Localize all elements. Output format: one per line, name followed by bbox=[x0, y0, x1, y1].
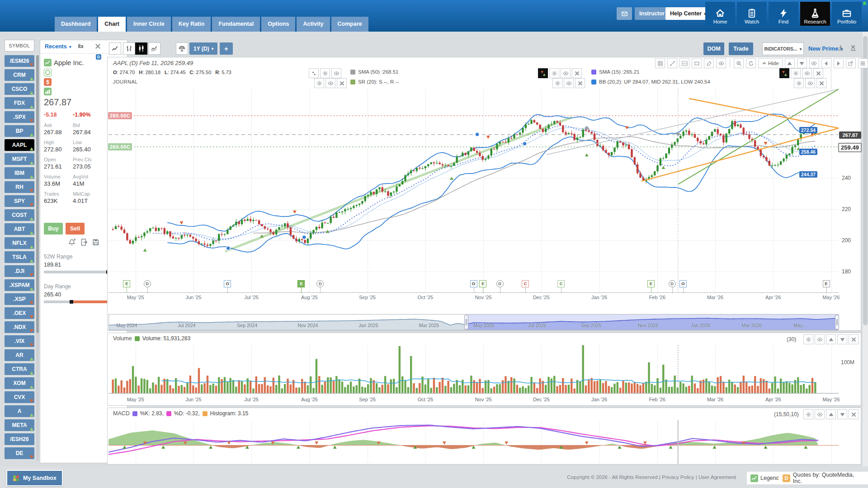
page-scrollbar-thumb[interactable] bbox=[863, 36, 868, 325]
triangle-up-icon[interactable] bbox=[785, 58, 795, 68]
arrow-down-icon[interactable] bbox=[837, 334, 847, 344]
download-icon[interactable] bbox=[837, 44, 844, 51]
tab-fundamental[interactable]: Fundamental bbox=[212, 17, 260, 32]
watchlist-item-xsp[interactable]: .XSP bbox=[5, 293, 34, 305]
rotate-icon[interactable] bbox=[746, 58, 756, 68]
watchlist-item-spy[interactable]: SPY bbox=[5, 195, 34, 207]
eye-icon[interactable] bbox=[564, 78, 574, 88]
event-marker-e[interactable]: E bbox=[479, 280, 486, 287]
nav-tile-home[interactable]: Home bbox=[705, 2, 735, 26]
event-marker-d[interactable]: D bbox=[496, 280, 504, 287]
eye-icon[interactable] bbox=[805, 78, 815, 88]
close-icon[interactable] bbox=[849, 409, 859, 419]
menu-icon[interactable] bbox=[858, 58, 868, 68]
gear-icon[interactable] bbox=[552, 78, 562, 88]
tab-inner-circle[interactable]: Inner Circle bbox=[127, 17, 171, 32]
watchlist-item-csco[interactable]: CSCO bbox=[5, 83, 34, 95]
gear-icon[interactable] bbox=[549, 68, 559, 78]
arrow-right-icon[interactable] bbox=[834, 58, 844, 68]
compare-chart-icon[interactable] bbox=[148, 42, 160, 55]
watchlist-item-aapl[interactable]: AAPL bbox=[5, 139, 34, 151]
add-chart-button[interactable]: + bbox=[220, 42, 233, 55]
gear-icon[interactable] bbox=[314, 78, 324, 88]
bell-plus-icon[interactable] bbox=[68, 238, 76, 246]
watchlist-item-cvx[interactable]: CVX bbox=[5, 391, 34, 403]
watchlist-item-de[interactable]: DE bbox=[5, 447, 34, 459]
eraser-icon[interactable] bbox=[704, 58, 714, 68]
watchlist-item-vix[interactable]: .VIX bbox=[5, 335, 34, 347]
candle-style[interactable] bbox=[538, 68, 548, 78]
event-marker-o[interactable]: O bbox=[224, 280, 231, 287]
eye-icon[interactable] bbox=[561, 68, 571, 78]
dom-button[interactable]: DOM bbox=[703, 42, 724, 55]
watchlist-item-tsla[interactable]: TSLA bbox=[5, 251, 34, 263]
scales-icon[interactable] bbox=[176, 42, 188, 55]
draw-line-icon[interactable] bbox=[667, 58, 677, 68]
mail-button[interactable] bbox=[617, 7, 632, 20]
close-icon[interactable] bbox=[337, 78, 347, 88]
gear-icon[interactable] bbox=[791, 68, 801, 78]
navigator-right-handle[interactable] bbox=[835, 315, 839, 329]
close-icon[interactable] bbox=[572, 68, 582, 78]
watchlist-item-msft[interactable]: MSFT bbox=[5, 153, 34, 165]
grid-icon[interactable] bbox=[655, 58, 665, 68]
watchlist-item-xspam[interactable]: .XSPAM bbox=[5, 279, 34, 291]
event-marker-e[interactable]: E bbox=[123, 280, 130, 287]
watchlist-item-xom[interactable]: XOM bbox=[5, 377, 34, 389]
event-marker-o[interactable]: O bbox=[470, 280, 477, 287]
sell-button[interactable]: Sell bbox=[66, 223, 85, 235]
candle-updown-icon[interactable] bbox=[309, 68, 319, 78]
event-marker-e[interactable]: E bbox=[647, 280, 655, 287]
tab-key-ratio[interactable]: Key Ratio bbox=[172, 17, 211, 32]
event-marker-c[interactable]: C bbox=[522, 280, 529, 287]
watchlist-item-spx[interactable]: .SPX bbox=[5, 111, 34, 123]
recents-dropdown[interactable]: Recents bbox=[45, 43, 71, 50]
close-icon[interactable] bbox=[849, 334, 859, 344]
nav-tile-research[interactable]: Research bbox=[800, 2, 830, 26]
watchlist-item-a[interactable]: A bbox=[5, 405, 34, 417]
circle-icon[interactable] bbox=[44, 69, 52, 76]
close-icon[interactable] bbox=[94, 43, 101, 50]
popout-icon[interactable] bbox=[846, 58, 856, 68]
watchlist-item-ibm[interactable]: IBM bbox=[5, 167, 34, 179]
watchlist-item-fdx[interactable]: FDX bbox=[5, 97, 34, 109]
zoom-in-icon[interactable] bbox=[734, 58, 744, 68]
eye-icon[interactable] bbox=[809, 58, 819, 68]
candle-style[interactable] bbox=[779, 68, 789, 78]
gear-icon[interactable] bbox=[803, 409, 813, 419]
watchlist-item-esh26[interactable]: /ESH26 bbox=[5, 433, 34, 445]
watchlist-item-esm26[interactable]: /ESM26 bbox=[5, 55, 34, 67]
close-icon[interactable] bbox=[816, 78, 826, 88]
price-chart-canvas[interactable] bbox=[108, 89, 839, 293]
legend-button[interactable]: Legend bbox=[747, 472, 783, 484]
gear-icon[interactable] bbox=[803, 334, 813, 344]
add-to-list-icon[interactable] bbox=[77, 42, 84, 49]
watchlist-item-dji[interactable]: .DJI bbox=[5, 265, 34, 277]
eye-icon[interactable] bbox=[815, 409, 825, 419]
nav-tile-find[interactable]: Find bbox=[769, 2, 798, 26]
buy-button[interactable]: Buy bbox=[44, 223, 63, 235]
event-marker-e[interactable]: E bbox=[297, 280, 305, 287]
watchlist-item-cost[interactable]: COST bbox=[5, 209, 34, 221]
alert-line-low-badge[interactable]: 260.00C bbox=[108, 143, 132, 150]
event-marker-d[interactable]: D bbox=[669, 280, 676, 287]
candlestick-chart-icon[interactable] bbox=[135, 42, 147, 55]
arrow-down-icon[interactable] bbox=[837, 409, 847, 419]
watchlist-item-rh[interactable]: RH bbox=[5, 181, 34, 193]
watchlist-item-oex[interactable]: .OEX bbox=[5, 307, 34, 319]
text-note-icon[interactable]: TXT bbox=[679, 58, 689, 68]
quotemedia-button[interactable]: D Quotes by: QuoteMedia, Inc. bbox=[778, 472, 868, 484]
close-icon[interactable] bbox=[813, 68, 823, 78]
tab-activity[interactable]: Activity bbox=[297, 17, 330, 32]
watchlist-item-meta[interactable]: META bbox=[5, 419, 34, 431]
bars-icon[interactable] bbox=[44, 88, 52, 95]
dollar-icon[interactable]: $ bbox=[44, 78, 52, 86]
doc-export-icon[interactable] bbox=[80, 238, 88, 246]
volume-canvas[interactable] bbox=[108, 345, 839, 394]
arrow-up-icon[interactable] bbox=[826, 409, 836, 419]
macd-canvas[interactable] bbox=[108, 420, 839, 465]
watchlist-item-nflx[interactable]: NFLX bbox=[5, 237, 34, 249]
event-marker-c[interactable]: C bbox=[557, 280, 565, 287]
watchlist-item-ndx[interactable]: .NDX bbox=[5, 321, 34, 333]
save-icon[interactable] bbox=[92, 238, 100, 246]
